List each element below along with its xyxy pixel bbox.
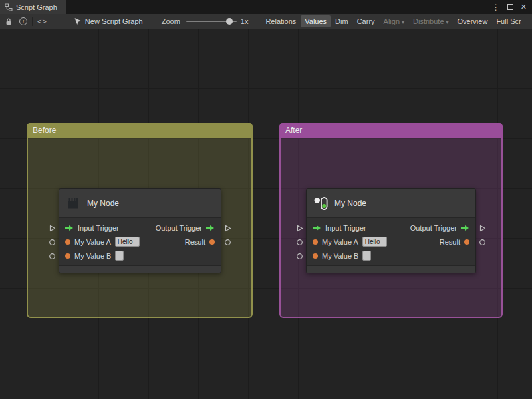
- flow-socket-icon[interactable]: [49, 225, 56, 232]
- node-ports: Input Trigger Output Trigger My Value A …: [307, 218, 475, 265]
- value-port-icon[interactable]: [65, 253, 70, 259]
- value-b-row: My Value B: [59, 249, 221, 263]
- input-trigger-label: Input Trigger: [325, 224, 366, 232]
- output-trigger-label: Output Trigger: [410, 224, 457, 232]
- group-after-header[interactable]: After: [279, 123, 503, 138]
- kebab-menu-icon[interactable]: ⋮: [492, 3, 500, 11]
- graph-canvas[interactable]: Before After My Node: [0, 29, 532, 399]
- fullscreen-button[interactable]: Full Scr: [492, 15, 525, 27]
- code-icon[interactable]: <>: [37, 17, 47, 25]
- distribute-dropdown[interactable]: Distribute▾: [409, 15, 452, 27]
- value-port-icon[interactable]: [464, 239, 469, 245]
- value-a-label: My Value A: [322, 238, 358, 246]
- node-header[interactable]: My Node: [307, 189, 475, 218]
- flow-arrow-icon[interactable]: [65, 225, 74, 231]
- group-after-title: After: [285, 126, 302, 135]
- value-a-row: My Value A Result: [307, 235, 475, 249]
- value-port-icon[interactable]: [209, 239, 215, 245]
- group-before-title: Before: [33, 126, 56, 135]
- dim-button[interactable]: Dim: [331, 15, 352, 27]
- zoom-label: Zoom: [162, 17, 180, 25]
- result-label: Result: [185, 238, 205, 246]
- group-before-header[interactable]: Before: [27, 123, 253, 138]
- value-socket-icon[interactable]: [224, 239, 231, 246]
- lock-icon[interactable]: [5, 17, 13, 26]
- output-trigger-label: Output Trigger: [156, 224, 202, 232]
- custom-node-icon: [313, 196, 328, 211]
- value-b-label: My Value B: [322, 252, 358, 260]
- values-button[interactable]: Values: [301, 15, 331, 27]
- graph-name[interactable]: New Script Graph: [85, 17, 143, 25]
- align-dropdown[interactable]: Align▾: [380, 15, 408, 27]
- value-port-icon[interactable]: [313, 239, 318, 245]
- tab-script-graph[interactable]: Script Graph: [0, 0, 66, 14]
- flow-arrow-icon[interactable]: [461, 225, 469, 231]
- node-footer: [307, 265, 475, 273]
- graph-icon: [5, 3, 13, 11]
- close-icon[interactable]: ✕: [521, 3, 527, 11]
- input-trigger-label: Input Trigger: [78, 224, 119, 232]
- maximize-icon[interactable]: [507, 4, 513, 10]
- toolbar-buttons: Relations Values Dim Carry Align▾ Distri…: [261, 15, 525, 27]
- zoom-value: 1x: [241, 17, 249, 25]
- node-ports: Input Trigger Output Trigger My Value A …: [59, 218, 221, 265]
- value-b-row: My Value B: [307, 249, 475, 263]
- chevron-down-icon: ▾: [402, 19, 404, 25]
- value-socket-icon[interactable]: [296, 253, 303, 260]
- value-a-input[interactable]: [362, 237, 387, 247]
- graph-toolbar: i <> New Script Graph Zoom 1x Relations …: [0, 14, 532, 29]
- zoom-slider[interactable]: [186, 17, 237, 26]
- script-graph-window: Script Graph ⋮ ✕ i <> New Script Graph Z…: [0, 0, 532, 399]
- value-socket-icon[interactable]: [49, 253, 56, 260]
- carry-button[interactable]: Carry: [353, 15, 379, 27]
- result-label: Result: [440, 238, 460, 246]
- value-port-icon[interactable]: [65, 239, 70, 245]
- trigger-row: Input Trigger Output Trigger: [307, 221, 475, 235]
- info-icon[interactable]: i: [19, 17, 27, 25]
- node-my-node-before[interactable]: My Node Input Trigger Output Trigger: [59, 188, 221, 273]
- flow-socket-icon[interactable]: [224, 225, 231, 232]
- trigger-row: Input Trigger Output Trigger: [59, 221, 221, 235]
- tab-label: Script Graph: [16, 3, 57, 11]
- toolbar-separator: [32, 17, 33, 26]
- value-socket-icon[interactable]: [479, 239, 486, 246]
- value-a-row: My Value A Result: [59, 235, 221, 249]
- flow-arrow-icon[interactable]: [206, 225, 215, 231]
- value-b-label: My Value B: [74, 252, 111, 260]
- chevron-down-icon: ▾: [446, 19, 449, 25]
- node-header[interactable]: My Node: [59, 189, 221, 218]
- node-title: My Node: [334, 199, 366, 208]
- overview-button[interactable]: Overview: [454, 15, 492, 27]
- default-node-icon: [66, 196, 80, 211]
- flow-arrow-icon[interactable]: [313, 225, 321, 231]
- value-b-input[interactable]: [362, 251, 371, 261]
- value-socket-icon[interactable]: [296, 239, 303, 246]
- window-controls: ⋮ ✕: [492, 0, 532, 14]
- value-a-label: My Value A: [74, 238, 111, 246]
- node-title: My Node: [87, 199, 119, 208]
- flow-socket-icon[interactable]: [296, 225, 303, 232]
- node-my-node-after[interactable]: My Node Input Trigger Output Trigger: [306, 188, 476, 273]
- value-port-icon[interactable]: [313, 253, 318, 259]
- node-footer: [59, 265, 221, 273]
- pointer-icon: [74, 17, 82, 25]
- tab-bar: Script Graph ⋮ ✕: [0, 0, 532, 14]
- value-socket-icon[interactable]: [49, 239, 56, 246]
- value-a-input[interactable]: [115, 237, 140, 247]
- zoom-slider-knob[interactable]: [226, 18, 233, 25]
- relations-button[interactable]: Relations: [261, 15, 300, 27]
- flow-socket-icon[interactable]: [479, 225, 486, 232]
- value-b-input[interactable]: [115, 251, 124, 261]
